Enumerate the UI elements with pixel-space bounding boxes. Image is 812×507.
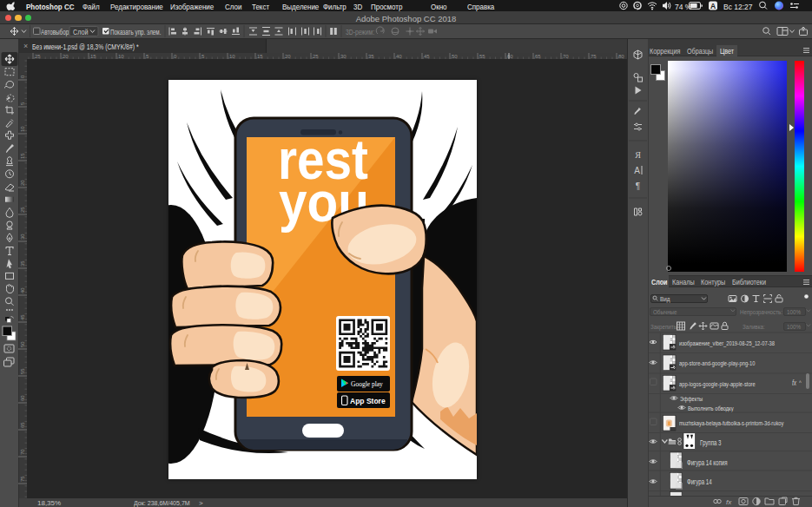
- svg-text:65: 65: [535, 54, 541, 59]
- svg-text:35: 35: [20, 260, 25, 267]
- svg-text:35: 35: [368, 54, 374, 59]
- svg-text:50: 50: [20, 341, 25, 347]
- svg-text:10: 10: [229, 54, 235, 59]
- svg-text:80: 80: [618, 54, 624, 59]
- svg-text:65: 65: [20, 422, 25, 428]
- svg-text:20: 20: [63, 54, 69, 59]
- svg-text:25: 25: [313, 54, 319, 59]
- svg-text:45: 45: [424, 54, 430, 59]
- svg-text:¶: ¶: [636, 181, 640, 191]
- svg-text:25: 25: [20, 207, 25, 213]
- svg-text:70: 70: [563, 54, 569, 59]
- svg-text:15: 15: [90, 54, 96, 59]
- svg-text:75: 75: [20, 476, 25, 482]
- svg-text:40: 40: [20, 287, 25, 293]
- svg-text:15: 15: [20, 153, 25, 159]
- svg-text:5: 5: [20, 102, 25, 105]
- svg-text:A: A: [634, 166, 640, 175]
- svg-text:20: 20: [285, 54, 291, 59]
- svg-text:0: 0: [20, 75, 25, 78]
- svg-text:20: 20: [20, 180, 25, 186]
- svg-text:Google play: Google play: [351, 380, 383, 388]
- svg-text:10: 10: [118, 54, 124, 59]
- svg-text:60: 60: [507, 54, 513, 59]
- svg-text:55: 55: [20, 368, 25, 374]
- svg-text:fx: fx: [726, 498, 732, 506]
- svg-text:55: 55: [479, 54, 485, 59]
- svg-text:45: 45: [20, 314, 25, 320]
- svg-text:0: 0: [174, 54, 177, 59]
- svg-text:5: 5: [201, 54, 205, 59]
- svg-text:10: 10: [20, 126, 25, 132]
- svg-text:25: 25: [35, 54, 41, 59]
- svg-text:30: 30: [20, 234, 25, 240]
- svg-text:75: 75: [591, 54, 597, 59]
- svg-text:15: 15: [257, 54, 263, 59]
- svg-text:50: 50: [452, 54, 458, 59]
- svg-text:Я: Я: [635, 150, 641, 160]
- svg-text:30: 30: [340, 54, 347, 59]
- svg-text:70: 70: [20, 449, 25, 455]
- svg-text:App Store: App Store: [350, 397, 386, 405]
- svg-text:5: 5: [146, 54, 149, 59]
- svg-text:60: 60: [20, 395, 25, 401]
- svg-text:40: 40: [396, 54, 402, 59]
